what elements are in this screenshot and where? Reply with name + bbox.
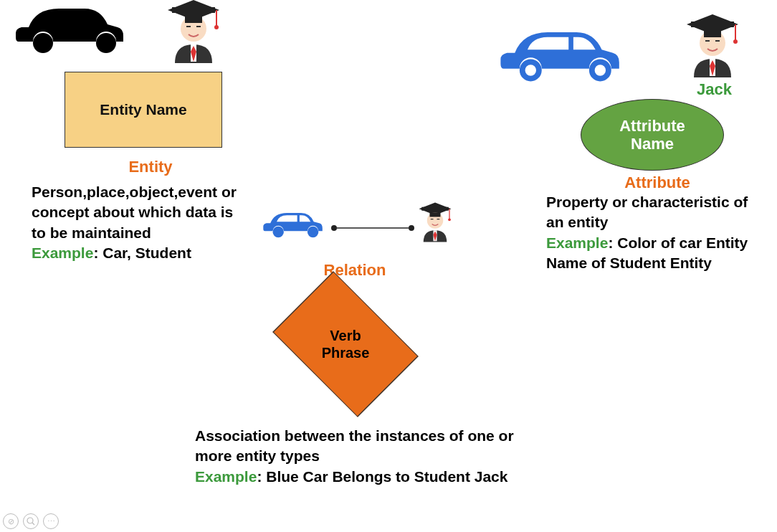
- tool-button-1[interactable]: ⊘: [3, 513, 19, 529]
- attribute-title: Attribute: [611, 174, 704, 192]
- svg-point-30: [595, 65, 606, 75]
- car-icon: [11, 1, 126, 60]
- car-icon: [261, 208, 324, 244]
- attribute-description: Property or characteristic of an entity …: [546, 192, 767, 273]
- svg-rect-24: [437, 219, 440, 219]
- svg-point-1: [96, 33, 116, 53]
- svg-point-28: [525, 65, 536, 75]
- svg-rect-7: [185, 16, 202, 23]
- viewer-toolbar: ⊘ ⋯: [3, 513, 59, 529]
- example-label: Example: [546, 234, 608, 251]
- attribute-shape-label: Attribute Name: [619, 117, 685, 153]
- svg-rect-38: [715, 40, 720, 42]
- car-icon: [495, 24, 624, 89]
- student-icon: [684, 14, 741, 80]
- svg-point-14: [331, 225, 337, 231]
- example-label: Example: [32, 244, 93, 261]
- svg-point-16: [409, 225, 414, 231]
- example-label: Example: [195, 468, 257, 485]
- svg-rect-9: [196, 26, 201, 27]
- svg-point-20: [448, 218, 451, 221]
- svg-point-0: [33, 33, 53, 53]
- entity-shape: Entity Name: [65, 72, 222, 148]
- svg-rect-23: [431, 219, 434, 219]
- svg-line-42: [32, 523, 34, 525]
- svg-point-34: [733, 39, 738, 44]
- svg-rect-22: [430, 212, 441, 217]
- svg-point-41: [27, 518, 33, 523]
- student-icon: [165, 0, 222, 66]
- svg-rect-8: [186, 26, 191, 27]
- relation-shape: Verb Phrase: [274, 294, 417, 394]
- zoom-icon[interactable]: [23, 513, 39, 529]
- relation-description: Association between the instances of one…: [195, 426, 553, 487]
- relation-line: [330, 222, 416, 237]
- student-name-label: Jack: [697, 80, 732, 99]
- student-icon: [417, 202, 453, 245]
- svg-rect-36: [704, 30, 721, 37]
- entity-description: Person,place,object,event or concept abo…: [32, 182, 247, 263]
- svg-point-13: [308, 227, 318, 237]
- svg-point-5: [214, 25, 219, 29]
- relation-title: Relation: [308, 261, 401, 280]
- more-icon[interactable]: ⋯: [43, 513, 59, 529]
- entity-title: Entity: [108, 158, 194, 176]
- relation-shape-label: Verb Phrase: [274, 327, 417, 361]
- svg-rect-37: [705, 40, 710, 42]
- entity-shape-label: Entity Name: [100, 101, 186, 118]
- svg-point-12: [273, 227, 284, 237]
- attribute-shape: Attribute Name: [581, 99, 724, 171]
